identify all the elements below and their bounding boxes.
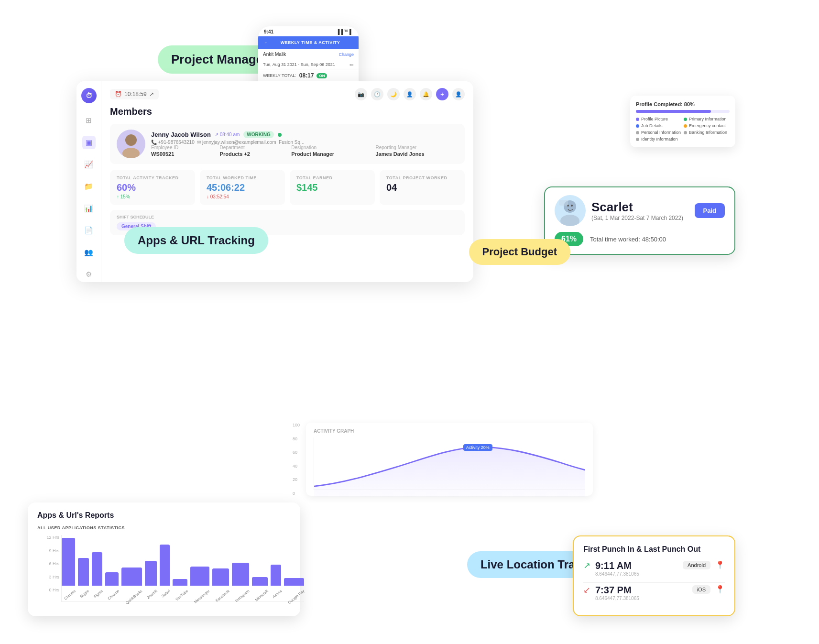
mobile-user-row: Ankit Malik Change (258, 49, 359, 60)
bar-safari: Safari (160, 545, 170, 592)
member-row: Jenny Jacob Wilson ↗ 08:40 am WORKING 📞 … (110, 124, 465, 164)
bar-chrome2: Chrome (105, 572, 119, 592)
bar-facebook: Facebook (212, 568, 229, 592)
screenshot-icon[interactable]: 📷 (355, 88, 367, 100)
stat-projects: TOTAL PROJECT WORKED 04 (380, 170, 465, 205)
bell-icon[interactable]: 🔔 (420, 88, 432, 100)
mobile-time: 9:41 (264, 29, 273, 34)
y-axis-labels: 12 Hrs 9 Hrs 6 Hrs 3 Hrs 0 Hrs (39, 535, 59, 592)
add-btn[interactable]: + (436, 88, 448, 100)
clock-icon: ⏰ (115, 91, 122, 98)
bar-chrome: Chrome (62, 538, 75, 592)
apps-chart-label: ALL USED APPLICATIONS STATISTICS (37, 525, 291, 530)
apps-url-badge: Apps & URL Tracking (124, 227, 268, 254)
punch-in-time: 9:11 AM (595, 560, 639, 571)
detail-emp-id: Employee ID WS00521 (151, 145, 212, 157)
stat-activity: TOTAL ACTIVITY TRACKED 60% ↑ 15% (110, 170, 195, 205)
mobile-total-val: 08:17 (299, 72, 314, 79)
activity-chart: Activity 20% (314, 437, 585, 490)
activity-graph-card: ACTIVITY GRAPH 100 80 60 40 20 0 (306, 423, 593, 496)
mobile-date: Tue, Aug 31 2021 - Sun, Sep 06 2021 (263, 62, 335, 67)
mobile-total-row: WEEKLY TOTAL: 08:17 ON (258, 69, 359, 82)
profile-item-picture: Profile Picture (636, 117, 682, 121)
punch-in-row: ↗ 9:11 AM 8.646447,77.381065 Android 📍 (583, 560, 725, 577)
avatar (117, 130, 145, 158)
dot-gray-personal (636, 131, 639, 134)
payroll-name: Scarlet (591, 200, 683, 215)
profile-card: Profile Completed: 80% Profile Picture P… (630, 96, 735, 147)
online-dot (278, 133, 282, 137)
mobile-signal: ▐▐ ᵀᴱ ▌ (336, 29, 353, 34)
location-title: First Punch In & Last Punch Out (583, 545, 725, 554)
apps-card-title: Apps & Url's Reports (37, 511, 291, 520)
top-right-icons: 📷 🕐 🌙 👤 🔔 + 👤 (355, 88, 465, 100)
bar-skype: Skype (78, 558, 88, 592)
detail-manager: Reporting Manager James David Jones (376, 145, 459, 157)
dot-purple (636, 118, 639, 121)
stat-earned: TOTAL EARNED $145 (290, 170, 375, 205)
svg-point-1 (122, 148, 140, 158)
detail-designation: Designation Product Manager (291, 145, 368, 157)
sidebar-item-projects[interactable]: 📁 (82, 180, 96, 193)
current-time: 10:18:59 (124, 91, 147, 98)
mobile-on-badge: ON (317, 73, 327, 78)
moon-icon[interactable]: 🌙 (387, 88, 400, 100)
user-icon[interactable]: 👤 (404, 88, 416, 100)
mobile-title: WEEKLY TIME & ACTIVITY (281, 40, 340, 45)
profile-item-emergency: Emergency contact (684, 123, 730, 128)
page-title: Members (110, 106, 465, 117)
mobile-change-btn[interactable]: Change (339, 52, 354, 57)
activity-tooltip: Activity 20% (463, 444, 492, 451)
profile-completed-label: Profile Completed: 80% (636, 101, 730, 107)
bar-messenger: Messenger (190, 567, 209, 592)
stats-row: TOTAL ACTIVITY TRACKED 60% ↑ 15% TOTAL W… (110, 170, 465, 205)
member-status-badge: WORKING (243, 131, 273, 138)
punch-out-time: 7:37 PM (595, 585, 639, 596)
mobile-back: ← (264, 41, 268, 45)
profile-item-primary: Primary Information (684, 117, 730, 121)
activity-graph-title: ACTIVITY GRAPH (314, 428, 585, 434)
avatar-small[interactable]: 👤 (452, 88, 465, 100)
time-badge: ⏰ 10:18:59 ↗ (110, 89, 159, 99)
project-budget-badge: Project Budget (469, 239, 570, 265)
profile-item-personal: Personal Information (636, 130, 682, 135)
sidebar-item-settings[interactable]: ⚙ (82, 268, 96, 281)
mobile-date-row: Tue, Aug 31 2021 - Sun, Sep 06 2021 ▭ (258, 60, 359, 69)
sidebar-item-docs[interactable]: 📄 (82, 224, 96, 237)
bar-instagram: Instagram (232, 563, 249, 592)
punch-out-details: 7:37 PM 8.646447,77.381065 (595, 585, 639, 601)
clock-small-icon[interactable]: 🕐 (371, 88, 383, 100)
top-bar: ⏰ 10:18:59 ↗ 📷 🕐 🌙 👤 🔔 + 👤 (110, 88, 465, 100)
sidebar-item-activity[interactable]: 📈 (82, 158, 96, 171)
punch-in-details: 9:11 AM 8.646447,77.381065 (595, 560, 639, 577)
bar-quickbooks: QuickBooks (121, 568, 142, 592)
checkin-time: ↗ 08:40 am (215, 132, 240, 137)
sidebar: ⏱ ⊞ ▣ 📈 📁 📊 📄 👥 ⚙ (76, 81, 101, 282)
sidebar-item-dashboard[interactable]: ⊞ (82, 114, 96, 127)
member-info: Jenny Jacob Wilson ↗ 08:40 am WORKING 📞 … (151, 131, 458, 157)
svg-point-3 (560, 215, 579, 226)
punch-in-platform: Android (683, 561, 710, 569)
sidebar-item-reports[interactable]: 📊 (82, 202, 96, 215)
profile-item-job: Job Details (636, 123, 682, 128)
dot-green (684, 118, 687, 121)
member-details: Employee ID WS00521 Department Products … (151, 145, 458, 157)
apps-reports-card: Apps & Url's Reports ALL USED APPLICATIO… (28, 502, 300, 616)
bar-asana: Asana (271, 565, 282, 592)
sidebar-item-members[interactable]: ▣ (82, 136, 96, 149)
dot-orange (684, 124, 687, 128)
paid-button[interactable]: Paid (695, 203, 725, 218)
punch-out-coords: 8.646447,77.381065 (595, 596, 639, 601)
stat-worked: TOTAL WORKED TIME 45:06:22 ↓ 03:52:54 (200, 170, 285, 205)
location-card: First Punch In & Last Punch Out ↗ 9:11 A… (573, 535, 735, 616)
profile-progress-bar-fill (636, 110, 711, 113)
profile-progress-bar-bg (636, 110, 730, 113)
sidebar-item-team[interactable]: 👥 (82, 246, 96, 259)
svg-point-0 (125, 134, 137, 146)
punch-out-platform: iOS (692, 585, 710, 594)
profile-item-identity: Identity Information (636, 137, 682, 142)
payroll-name-block: Scarlet (Sat, 1 Mar 2022-Sat 7 March 202… (591, 200, 683, 221)
mobile-header: ← WEEKLY TIME & ACTIVITY (258, 36, 359, 49)
payroll-date: (Sat, 1 Mar 2022-Sat 7 March 2022) (591, 215, 683, 221)
payroll-bottom: 61% Total time worked: 48:50:00 (555, 232, 725, 246)
